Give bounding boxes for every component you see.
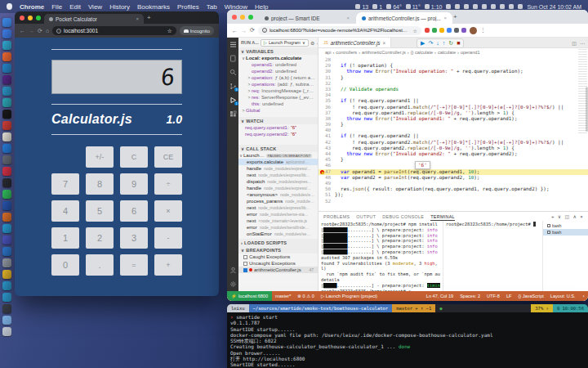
run-debug-icon[interactable]: 1: [229, 96, 237, 104]
callstack-frame[interactable]: errornode_modules/serve-sta…: [238, 211, 318, 218]
dock-item-yellow-app[interactable]: [2, 270, 11, 279]
calc-key-C[interactable]: C: [120, 146, 148, 168]
dock-item-intellij[interactable]: [2, 167, 11, 176]
dock-item-wechat[interactable]: [2, 190, 11, 199]
location-icon[interactable]: 1: [372, 4, 382, 10]
start-debug-icon[interactable]: ▷: [264, 40, 267, 45]
callstack-frame[interactable]: nextnode_modules/express/lib…: [238, 204, 318, 211]
reload-icon[interactable]: ⟳: [250, 27, 255, 34]
dock-item-notes[interactable]: [2, 132, 11, 141]
dock-item-vscode[interactable]: [2, 87, 11, 96]
minimize-window-button[interactable]: [28, 16, 33, 20]
dock-item-vscode-3[interactable]: [2, 293, 11, 302]
dock-item-settings[interactable]: [2, 155, 11, 164]
reload-icon[interactable]: ⟳: [38, 28, 42, 34]
callstack-session-row[interactable]: ∨ Launch… PAUSED ON BREAKPOINT: [238, 152, 318, 159]
calc-key-.[interactable]: .: [86, 254, 114, 276]
panel-tab-problems[interactable]: PROBLEMS: [323, 212, 350, 221]
notifications-bell-icon[interactable]: ◔: [579, 294, 588, 298]
settings-gear-icon[interactable]: ⚙: [310, 40, 314, 46]
split-terminal-icon[interactable]: ◫: [565, 213, 570, 219]
step-out-icon[interactable]: ↑: [443, 40, 446, 47]
home-icon[interactable]: ⌂: [46, 28, 49, 34]
bookmark-star-icon[interactable]: ☆: [167, 28, 172, 34]
dock-item-red-app[interactable]: [2, 121, 11, 130]
dock-item-teal-app[interactable]: [2, 98, 11, 107]
site-info-icon[interactable]: i: [56, 29, 61, 34]
callstack-frame[interactable]: <anonymous>node_modules/e…: [238, 191, 318, 198]
close-panel-icon[interactable]: ×: [580, 214, 583, 219]
menu-item-edit[interactable]: Edit: [69, 3, 81, 11]
calc-key-×[interactable]: ×: [154, 200, 182, 222]
back-icon[interactable]: ←: [20, 28, 25, 34]
menu-clock[interactable]: Sun Oct 24 10:02 AM: [527, 4, 581, 10]
status-item-right-2[interactable]: UTF-8: [483, 294, 503, 298]
breadcrumb-item[interactable]: calculate: [438, 50, 456, 55]
minimize-window-button[interactable]: [240, 15, 245, 20]
terminal-list-item[interactable]: bash: [543, 229, 588, 236]
dock-item-trash[interactable]: [2, 327, 11, 336]
address-bar[interactable]: i localhost:3001 ☆: [52, 26, 176, 35]
browser-tab-controller[interactable]: arithmeticController.js — proj... ×: [356, 12, 452, 24]
extension-icon-3[interactable]: [447, 28, 452, 33]
watch-row[interactable]: req.query.operand2:"6": [238, 131, 318, 137]
new-tab-button[interactable]: +: [147, 14, 151, 21]
calc-key-2[interactable]: 2: [86, 227, 114, 249]
calc-key-7[interactable]: 7: [51, 173, 79, 195]
dock-item-firefox[interactable]: [2, 52, 11, 61]
dock-item-onedrive[interactable]: [2, 247, 11, 256]
callstack-section-header[interactable]: ∨CALL STACK: [238, 145, 318, 152]
control-center-icon[interactable]: [518, 4, 523, 9]
terminal-dropdown-icon[interactable]: ∨: [558, 213, 562, 219]
extension-icon-4[interactable]: [454, 28, 459, 33]
breakpoint-row[interactable]: Uncaught Exceptions: [238, 260, 318, 267]
callstack-frame[interactable]: onStatErrornode_modules/se…: [238, 231, 318, 237]
variable-row[interactable]: this:undefined: [238, 101, 318, 107]
callstack-frame[interactable]: process_paramsnode_modules…: [238, 198, 318, 204]
forward-icon[interactable]: →: [241, 28, 247, 34]
variable-row[interactable]: >operation:ƒ (a,b) { return a + b…: [238, 74, 318, 81]
breakpoints-section-header[interactable]: ∨BREAKPOINTS: [238, 246, 318, 254]
restart-icon[interactable]: ↻: [448, 40, 453, 47]
dock-item-sketch[interactable]: [2, 258, 11, 267]
step-into-icon[interactable]: ↓: [436, 40, 439, 47]
panel-tab-output[interactable]: OUTPUT: [356, 212, 376, 221]
calc-key-CE[interactable]: CE: [154, 146, 182, 168]
menu-item-profiles[interactable]: Profiles: [177, 3, 199, 11]
calc-key-3[interactable]: 3: [120, 227, 148, 249]
variable-row[interactable]: operand2:undefined: [238, 68, 318, 74]
dock-item-downloads-folder[interactable]: [2, 316, 11, 325]
close-tab-icon[interactable]: ×: [346, 16, 350, 20]
variable-row[interactable]: ∨Local: exports.calculate: [238, 55, 318, 61]
watch-section-header[interactable]: ∨WATCH: [238, 117, 318, 124]
bluetooth-icon[interactable]: [473, 4, 478, 9]
dock-item-telegram[interactable]: [2, 224, 11, 233]
status-item-right-5[interactable]: Layout: U.S.: [547, 294, 579, 298]
dock-item-word[interactable]: [2, 201, 11, 210]
breakpoint-checkbox[interactable]: [243, 268, 247, 272]
extension-icon-0[interactable]: [425, 28, 430, 33]
calc-key-÷[interactable]: ÷: [154, 173, 182, 195]
breadcrumb-item[interactable]: controllers: [336, 50, 357, 55]
dock-item-edge[interactable]: [2, 64, 11, 73]
calc-key-0[interactable]: 0: [51, 254, 79, 276]
back-icon[interactable]: ←: [232, 28, 238, 34]
dock-item-slack[interactable]: [2, 75, 11, 84]
callstack-frame[interactable]: next<node_internals>/events.js: [238, 218, 318, 224]
terminal-pane-left[interactable]: root@ec28323c5835:/home/project# npm ins…: [318, 221, 443, 291]
plane-icon[interactable]: [455, 4, 460, 9]
dock-item-iterm[interactable]: [2, 110, 11, 119]
stop-icon[interactable]: ■: [457, 40, 460, 47]
status-item-right-4[interactable]: {} JavaScript: [514, 294, 546, 298]
calc-key--[interactable]: -: [154, 227, 182, 249]
breakpoint-row[interactable]: Caught Exceptions: [238, 254, 318, 260]
watch-row[interactable]: req.query.operand1:"6": [238, 124, 318, 131]
calc-key-+/-[interactable]: +/-: [86, 146, 114, 168]
dock-item-finder[interactable]: [2, 18, 11, 27]
callstack-frame[interactable]: dispatchnode_modules/expres…: [238, 178, 318, 185]
status-item-left-2[interactable]: ▷ Launch Program (project): [318, 294, 381, 298]
loaded-scripts-header[interactable]: ›LOADED SCRIPTS: [238, 239, 318, 246]
launch-config-dropdown[interactable]: ▷ Launch Program ∨: [261, 39, 309, 47]
dock-item-appstore[interactable]: [2, 144, 11, 153]
apple-menu-icon[interactable]: [7, 3, 12, 10]
